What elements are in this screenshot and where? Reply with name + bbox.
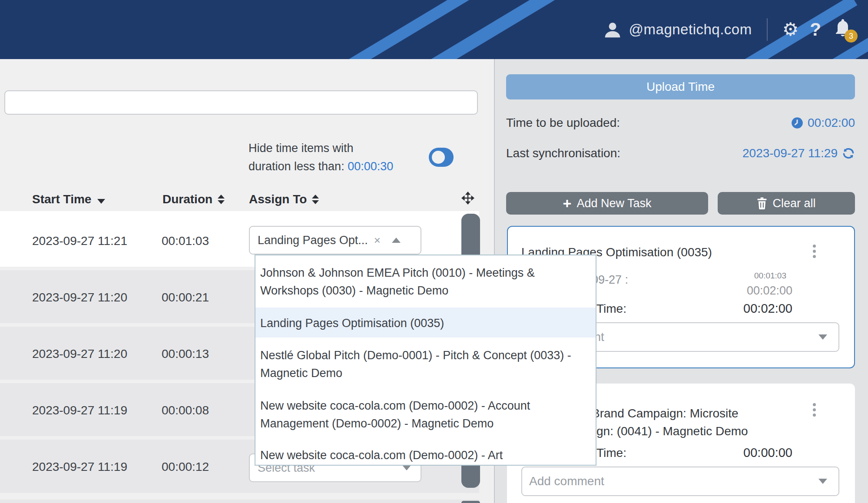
selected-task-value: Landing Pages Opt... <box>250 234 368 247</box>
hide-short-items-label: Hide time items with duration less than:… <box>248 139 418 175</box>
dropdown-item[interactable]: Johnson & Johnson EMEA Pitch (0010) - Me… <box>260 264 584 300</box>
sort-both-icon <box>218 195 225 204</box>
search-input[interactable] <box>4 90 478 115</box>
clear-all-label: Clear all <box>772 197 815 210</box>
row-start-time: 2023-09-27 11:20 <box>32 347 127 361</box>
row-duration: 00:00:13 <box>162 347 209 361</box>
settings-gear-icon[interactable]: ⚙ <box>782 20 799 39</box>
total-time-label: Time: <box>596 446 626 460</box>
upload-time-button[interactable]: Upload Time <box>506 74 855 99</box>
top-header-bar: @magnetichq.com ⚙ ? 3 <box>0 0 868 59</box>
dropdown-item[interactable]: Landing Pages Optimisation (0035) <box>260 314 584 332</box>
header-divider <box>767 18 768 41</box>
last-sync-label: Last synchronisation: <box>506 146 620 160</box>
help-icon[interactable]: ? <box>810 19 821 40</box>
decorative-stripe <box>361 0 569 59</box>
dropdown-item[interactable]: New website coca-cola.com (Demo-0002) - … <box>260 447 584 464</box>
row-start-time: 2023-09-27 11:21 <box>32 234 127 248</box>
time-row[interactable] <box>0 500 479 503</box>
refresh-icon[interactable] <box>842 147 855 160</box>
task-card-title-line1: Brand Campaign: Microsite <box>592 407 739 420</box>
row-start-time: 2023-09-27 11:19 <box>32 404 127 417</box>
chevron-down-icon <box>818 334 827 340</box>
clear-selection-icon[interactable]: × <box>374 234 381 247</box>
add-new-task-button[interactable]: + Add New Task <box>506 192 708 215</box>
time-to-upload-row: Time to be uploaded: 00:02:00 <box>506 116 855 130</box>
dropdown-item[interactable]: New website coca-cola.com (Demo-0002) - … <box>260 397 584 433</box>
time-to-upload-label: Time to be uploaded: <box>506 116 620 130</box>
toggle-knob <box>432 151 445 164</box>
card-menu-kebab-icon[interactable] <box>813 403 816 417</box>
last-sync-value: 2023-09-27 11:29 <box>742 146 838 160</box>
move-columns-icon[interactable] <box>461 192 474 205</box>
upload-time-label: Upload Time <box>646 80 715 94</box>
card-menu-kebab-icon[interactable] <box>813 245 816 258</box>
account-email: @magnetichq.com <box>629 21 752 38</box>
add-new-task-label: Add New Task <box>576 197 651 210</box>
account-menu[interactable]: @magnetichq.com <box>603 20 752 39</box>
add-comment-placeholder: Add comment <box>522 474 604 488</box>
entry-original-duration: 00:01:03 <box>712 271 786 281</box>
chevron-down-icon <box>402 465 411 470</box>
row-duration: 00:01:03 <box>162 234 209 248</box>
row-drag-handle[interactable] <box>461 501 480 503</box>
entry-rounded-time[interactable]: 00:02:00 <box>712 284 792 298</box>
notification-badge: 3 <box>845 30 858 43</box>
trash-icon <box>757 197 767 209</box>
row-start-time: 2023-09-27 11:20 <box>32 291 127 304</box>
column-assign-to-label: Assign To <box>249 192 307 206</box>
column-assign-to[interactable]: Assign To <box>249 192 319 207</box>
row-start-time: 2023-09-27 11:19 <box>32 460 127 474</box>
time-to-upload-value: 00:02:00 <box>808 116 855 130</box>
hide-label-line2: duration less than: <box>248 160 345 173</box>
add-comment-select[interactable]: Add comment <box>521 467 839 496</box>
row-duration: 00:00:08 <box>162 404 209 417</box>
hide-items-toggle[interactable] <box>429 148 454 167</box>
dropdown-item[interactable]: Nestlé Global Pitch (Demo-0001) - Pitch … <box>260 347 584 382</box>
row-duration: 00:00:21 <box>162 291 209 304</box>
notifications-bell-icon[interactable]: 3 <box>832 17 855 42</box>
clear-all-button[interactable]: Clear all <box>718 192 855 215</box>
hide-label-line1: Hide time items with <box>248 142 354 155</box>
column-duration[interactable]: Duration <box>162 192 225 207</box>
column-start-time[interactable]: Start Time <box>32 192 105 207</box>
row-duration: 00:00:12 <box>162 460 209 474</box>
total-time-value: 00:02:00 <box>712 301 792 316</box>
total-time-value: 00:00:00 <box>712 446 792 460</box>
column-start-time-label: Start Time <box>32 192 91 206</box>
app-window: @magnetichq.com ⚙ ? 3 Hide time items wi… <box>0 0 868 503</box>
sort-desc-icon <box>97 199 105 204</box>
assign-task-select[interactable]: Landing Pages Opt... × <box>249 226 421 255</box>
chevron-up-icon <box>392 238 401 243</box>
task-dropdown-menu: Johnson & Johnson EMEA Pitch (0010) - Me… <box>255 255 596 466</box>
total-time-label: Time: <box>596 302 626 316</box>
duration-threshold-link[interactable]: 00:00:30 <box>348 160 393 173</box>
user-icon <box>603 20 622 39</box>
last-sync-row: Last synchronisation: 2023-09-27 11:29 <box>506 146 855 160</box>
chevron-down-icon <box>818 479 827 484</box>
column-duration-label: Duration <box>162 192 212 206</box>
task-card-title-line2: gn: (0041) - Magnetic Demo <box>596 424 748 438</box>
sort-both-icon <box>312 195 319 204</box>
clock-icon <box>791 117 803 129</box>
